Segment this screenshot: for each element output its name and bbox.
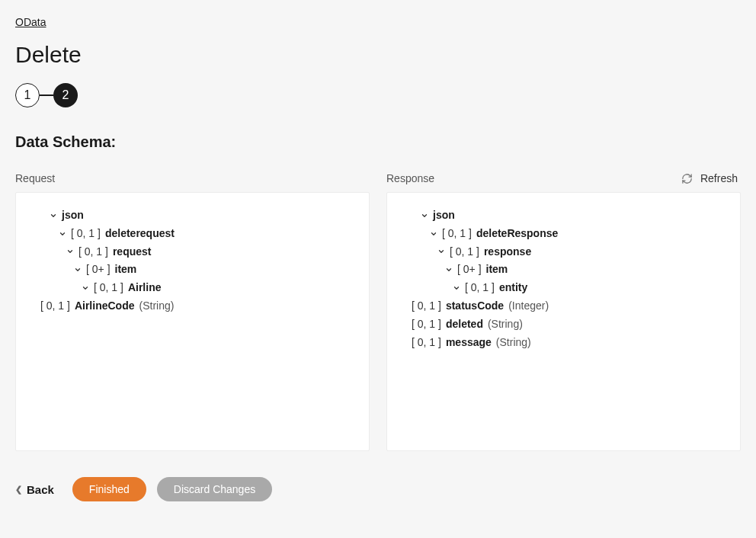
step-2[interactable]: 2 <box>53 83 78 107</box>
request-header: Request <box>15 172 370 184</box>
node-name: statusCode <box>446 297 504 315</box>
cardinality: [ 0, 1 ] <box>442 225 472 243</box>
finished-button[interactable]: Finished <box>72 477 146 501</box>
node-name: deleterequest <box>105 225 175 243</box>
tree-row[interactable]: [ 0, 1 ] deleterequest <box>28 225 357 243</box>
node-name: Airline <box>128 279 162 297</box>
chevron-left-icon: ❮ <box>15 485 22 495</box>
cardinality: [ 0+ ] <box>86 261 111 279</box>
section-title: Data Schema: <box>15 133 741 151</box>
request-panel: json[ 0, 1 ] deleterequest[ 0, 1 ] reque… <box>15 192 370 451</box>
step-connector <box>40 94 53 96</box>
cardinality: [ 0, 1 ] <box>71 225 101 243</box>
tree-row[interactable]: [ 0+ ] item <box>28 261 357 279</box>
node-name: entity <box>499 279 527 297</box>
node-type: (String) <box>139 297 175 315</box>
tree-row[interactable]: [ 0, 1 ] response <box>399 243 728 261</box>
node-name: item <box>486 261 508 279</box>
chevron-down-icon[interactable] <box>59 230 66 238</box>
node-name: response <box>484 243 531 261</box>
tree-row[interactable]: [ 0, 1 ] Airline <box>28 279 357 297</box>
cardinality: [ 0+ ] <box>457 261 482 279</box>
node-name: AirlineCode <box>75 297 135 315</box>
discard-button[interactable]: Discard Changes <box>157 477 272 501</box>
cardinality: [ 0, 1 ] <box>412 297 441 315</box>
tree-row[interactable]: json <box>399 207 728 225</box>
node-type: (String) <box>496 334 531 352</box>
tree-row[interactable]: [ 0, 1 ] statusCode (Integer) <box>399 297 728 315</box>
chevron-down-icon[interactable] <box>430 230 437 238</box>
node-type: (Integer) <box>508 297 549 315</box>
cardinality: [ 0, 1 ] <box>78 243 108 261</box>
chevron-down-icon[interactable] <box>421 212 428 219</box>
node-name: item <box>115 261 137 279</box>
chevron-down-icon[interactable] <box>437 248 445 255</box>
node-name: deleteResponse <box>476 225 558 243</box>
chevron-down-icon[interactable] <box>66 248 74 255</box>
response-header: Response <box>386 172 741 184</box>
cardinality: [ 0, 1 ] <box>412 315 441 334</box>
chevron-down-icon[interactable] <box>453 284 460 292</box>
cardinality: [ 0, 1 ] <box>94 279 123 297</box>
node-name: json <box>433 207 455 225</box>
tree-row[interactable]: [ 0, 1 ] entity <box>399 279 728 297</box>
node-type: (String) <box>488 315 523 334</box>
node-name: request <box>113 243 152 261</box>
node-name: deleted <box>446 315 483 334</box>
cardinality: [ 0, 1 ] <box>40 297 70 315</box>
step-1[interactable]: 1 <box>15 83 40 107</box>
chevron-down-icon[interactable] <box>74 266 82 274</box>
tree-row[interactable]: [ 0, 1 ] request <box>28 243 357 261</box>
breadcrumb[interactable]: OData <box>15 16 46 28</box>
page-title: Delete <box>15 42 741 68</box>
back-button[interactable]: ❮ Back <box>15 483 54 496</box>
node-name: message <box>446 334 492 352</box>
response-panel: json[ 0, 1 ] deleteResponse[ 0, 1 ] resp… <box>386 192 741 451</box>
stepper: 1 2 <box>15 83 741 107</box>
back-label: Back <box>27 483 54 496</box>
chevron-down-icon[interactable] <box>445 266 453 274</box>
tree-row[interactable]: [ 0+ ] item <box>399 261 728 279</box>
tree-row[interactable]: json <box>28 207 357 225</box>
tree-row[interactable]: [ 0, 1 ] deleted (String) <box>399 315 728 334</box>
cardinality: [ 0, 1 ] <box>465 279 495 297</box>
chevron-down-icon[interactable] <box>82 284 89 292</box>
cardinality: [ 0, 1 ] <box>412 334 441 352</box>
node-name: json <box>62 207 84 225</box>
chevron-down-icon[interactable] <box>50 212 57 219</box>
cardinality: [ 0, 1 ] <box>450 243 479 261</box>
tree-row[interactable]: [ 0, 1 ] message (String) <box>399 334 728 352</box>
tree-row[interactable]: [ 0, 1 ] deleteResponse <box>399 225 728 243</box>
tree-row[interactable]: [ 0, 1 ] AirlineCode (String) <box>28 297 357 315</box>
